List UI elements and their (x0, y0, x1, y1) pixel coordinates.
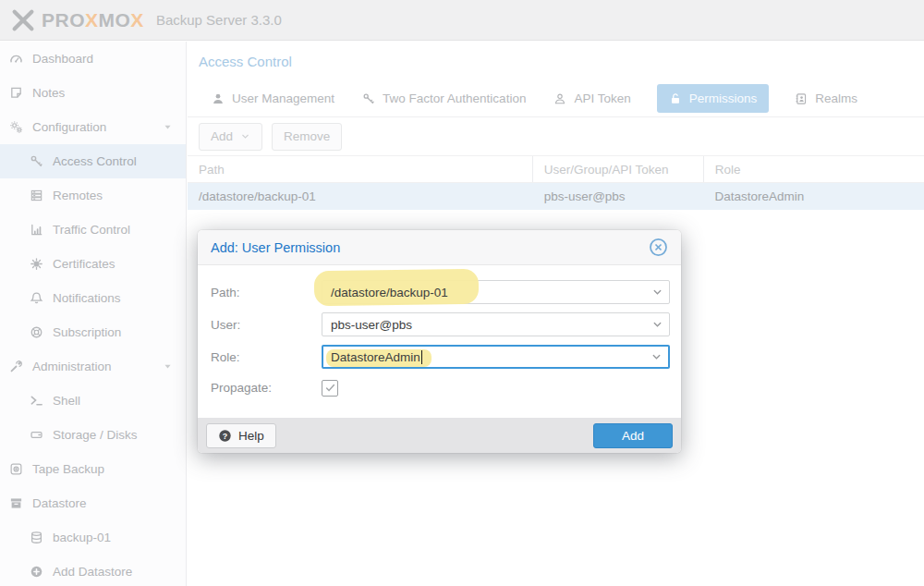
sidebar-item-dashboard[interactable]: Dashboard (0, 42, 186, 76)
user-icon (212, 92, 225, 105)
path-combobox[interactable]: /datastore/backup-01 (322, 280, 670, 304)
dialog-title: Add: User Permission (211, 240, 649, 255)
sidebar-item-storage-disks[interactable]: Storage / Disks (0, 418, 186, 452)
check-icon (324, 382, 336, 394)
sidebar-item-label: Certificates (53, 257, 116, 271)
sidebar-item-backup-01[interactable]: backup-01 (0, 520, 186, 555)
chevron-down-icon[interactable] (163, 122, 173, 132)
brand-letter-segment: X (130, 9, 144, 31)
field-value: DatastoreAdmin (331, 350, 420, 364)
sidebar-item-label: Access Control (53, 154, 137, 168)
product-version-label: Backup Server 3.3.0 (156, 12, 282, 28)
field-value: /datastore/backup-01 (331, 286, 448, 299)
tab-label: User Management (232, 92, 334, 105)
sidebar-item-notifications[interactable]: Notifications (0, 281, 186, 315)
sidebar-item-label: Administration (32, 360, 112, 373)
datastore-box-icon (9, 496, 23, 510)
gears-icon (9, 120, 23, 134)
dialog-body: Path:/datastore/backup-01User:pbs-user@p… (198, 265, 681, 418)
tab-label: Permissions (689, 92, 758, 105)
form-row-user: User:pbs-user@pbs (211, 312, 670, 336)
hard-disk-icon (30, 428, 43, 442)
add-button-label: Add (211, 129, 233, 143)
role-combobox[interactable]: DatastoreAdmin (322, 345, 670, 369)
sidebar-item-label: Datastore (32, 496, 87, 510)
tab-api-token[interactable]: API Token (552, 84, 632, 113)
dialog-add-button[interactable]: Add (593, 423, 673, 448)
sidebar-item-notes[interactable]: Notes (0, 76, 186, 110)
wrench-icon (9, 360, 23, 373)
table-body: /datastore/backup-01pbs-user@pbsDatastor… (188, 183, 924, 210)
field-label-path: Path: (211, 286, 322, 299)
chevron-down-icon (240, 131, 250, 141)
bell-icon (30, 291, 43, 305)
propagate-checkbox[interactable] (322, 380, 338, 397)
column-header-path[interactable]: Path (188, 156, 533, 182)
form-row-path: Path:/datastore/backup-01 (211, 280, 670, 304)
form-row-role: Role:DatastoreAdmin (211, 345, 670, 369)
dialog-footer: ? Help Add (198, 418, 681, 453)
traffic-icon (30, 223, 43, 237)
sidebar-item-label: Dashboard (32, 52, 93, 66)
sidebar-item-administration[interactable]: Administration (0, 349, 186, 384)
tape-icon (9, 462, 23, 476)
table-row[interactable]: /datastore/backup-01pbs-user@pbsDatastor… (188, 183, 924, 210)
sidebar-item-subscription[interactable]: Subscription (0, 315, 186, 349)
key-icon (30, 154, 43, 168)
column-header-user-group-api-token[interactable]: User/Group/API Token (533, 156, 704, 182)
user-outline-icon (553, 92, 566, 105)
certificate-icon (30, 257, 43, 271)
sidebar-item-access-control[interactable]: Access Control (0, 144, 186, 178)
help-circle-icon: ? (218, 429, 232, 443)
permissions-table: PathUser/Group/API TokenRole /datastore/… (188, 156, 924, 210)
sidebar-item-label: Remotes (53, 189, 103, 202)
field-label-role: Role: (211, 350, 322, 364)
cell-role: DatastoreAdmin (704, 189, 924, 203)
key-icon (362, 92, 375, 105)
sidebar-item-tape-backup[interactable]: Tape Backup (0, 452, 186, 486)
server-icon (30, 189, 43, 202)
tab-two-factor-authentication[interactable]: Two Factor Authentication (360, 84, 528, 113)
column-header-role[interactable]: Role (704, 156, 924, 182)
sidebar-item-remotes[interactable]: Remotes (0, 178, 186, 213)
field-label-propagate: Propagate: (211, 381, 322, 395)
sidebar-item-label: backup-01 (53, 531, 111, 544)
proxmox-wordmark: PROXMOX (42, 9, 144, 31)
chevron-down-icon[interactable] (163, 361, 173, 372)
sidebar-item-label: Traffic Control (53, 223, 130, 237)
address-book-icon (795, 92, 808, 105)
chevron-down-icon[interactable] (650, 351, 663, 363)
help-button[interactable]: ? Help (206, 423, 276, 448)
remove-button-label: Remove (284, 129, 330, 143)
toolbar: Add Remove (188, 117, 924, 156)
sidebar-item-certificates[interactable]: Certificates (0, 247, 186, 281)
close-icon[interactable] (649, 238, 668, 257)
sidebar-item-add-datastore[interactable]: Add Datastore (0, 555, 186, 586)
sidebar-item-label: Tape Backup (32, 462, 104, 476)
terminal-icon (30, 394, 43, 408)
sidebar-item-label: Notifications (53, 291, 121, 305)
chevron-down-icon[interactable] (651, 319, 663, 331)
sidebar-item-traffic-control[interactable]: Traffic Control (0, 213, 186, 247)
cell-user-group-api-token: pbs-user@pbs (533, 189, 704, 203)
sidebar-item-label: Configuration (32, 120, 106, 134)
tab-realms[interactable]: Realms (793, 84, 859, 113)
brand-letter-segment: X (85, 9, 99, 31)
user-combobox[interactable]: pbs-user@pbs (322, 312, 670, 336)
add-button[interactable]: Add (199, 123, 262, 151)
field-value: pbs-user@pbs (331, 318, 412, 332)
field-label-user: User: (211, 318, 322, 332)
tab-user-management[interactable]: User Management (210, 84, 336, 113)
sidebar-item-shell[interactable]: Shell (0, 384, 186, 418)
page-title: Access Control (188, 42, 924, 80)
sidebar-item-label: Notes (32, 86, 65, 100)
note-icon (9, 86, 23, 100)
tab-label: Realms (815, 92, 857, 105)
tab-label: API Token (574, 92, 630, 105)
tab-permissions[interactable]: Permissions (657, 84, 770, 113)
remove-button[interactable]: Remove (272, 123, 342, 151)
sidebar-item-datastore[interactable]: Datastore (0, 486, 186, 520)
sidebar-item-label: Add Datastore (53, 565, 132, 579)
chevron-down-icon[interactable] (651, 287, 663, 299)
sidebar-item-configuration[interactable]: Configuration (0, 110, 186, 144)
